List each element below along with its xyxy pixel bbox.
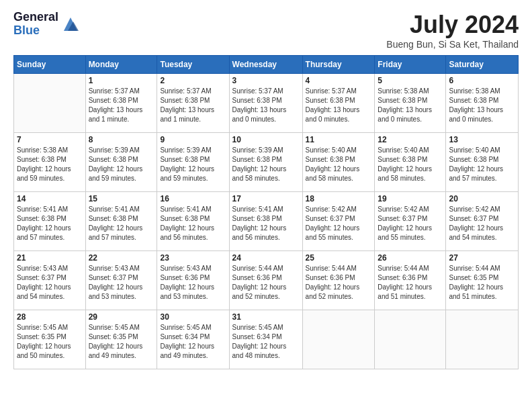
calendar-cell	[302, 310, 375, 369]
day-info: Sunrise: 5:45 AMSunset: 6:34 PMDaylight:…	[232, 323, 300, 361]
day-number: 25	[306, 253, 372, 263]
calendar-cell: 26Sunrise: 5:44 AMSunset: 6:36 PMDayligh…	[375, 251, 446, 310]
calendar-cell: 9Sunrise: 5:39 AMSunset: 6:38 PMDaylight…	[157, 133, 229, 192]
calendar-page: General Blue July 2024 Bueng Bun, Si Sa …	[0, 0, 532, 411]
day-info: Sunrise: 5:40 AMSunset: 6:38 PMDaylight:…	[306, 146, 372, 183]
day-info: Sunrise: 5:38 AMSunset: 6:38 PMDaylight:…	[378, 87, 443, 124]
col-friday: Friday	[375, 56, 446, 74]
day-number: 17	[232, 194, 300, 203]
day-info: Sunrise: 5:42 AMSunset: 6:37 PMDaylight:…	[306, 205, 372, 242]
calendar-cell: 4Sunrise: 5:37 AMSunset: 6:38 PMDaylight…	[302, 74, 375, 133]
calendar-cell: 7Sunrise: 5:38 AMSunset: 6:38 PMDaylight…	[14, 133, 86, 192]
day-info: Sunrise: 5:37 AMSunset: 6:38 PMDaylight:…	[89, 87, 154, 124]
day-info: Sunrise: 5:43 AMSunset: 6:37 PMDaylight:…	[89, 264, 154, 302]
calendar-week-1: 1Sunrise: 5:37 AMSunset: 6:38 PMDaylight…	[14, 74, 519, 133]
day-number: 7	[17, 135, 83, 144]
day-number: 16	[160, 194, 226, 203]
col-saturday: Saturday	[446, 56, 519, 74]
calendar-cell: 29Sunrise: 5:45 AMSunset: 6:35 PMDayligh…	[85, 310, 157, 369]
logo-general: General	[13, 11, 58, 24]
day-number: 30	[160, 312, 226, 322]
day-info: Sunrise: 5:37 AMSunset: 6:38 PMDaylight:…	[306, 87, 372, 124]
day-number: 22	[89, 253, 154, 263]
calendar-cell	[375, 310, 446, 369]
day-info: Sunrise: 5:41 AMSunset: 6:38 PMDaylight:…	[17, 205, 83, 242]
day-number: 20	[449, 194, 515, 203]
calendar-cell: 27Sunrise: 5:44 AMSunset: 6:35 PMDayligh…	[446, 251, 519, 310]
day-number: 14	[17, 194, 83, 203]
calendar-cell: 16Sunrise: 5:41 AMSunset: 6:38 PMDayligh…	[157, 192, 229, 251]
day-number: 9	[160, 135, 226, 144]
page-header: General Blue July 2024 Bueng Bun, Si Sa …	[13, 11, 519, 50]
day-info: Sunrise: 5:41 AMSunset: 6:38 PMDaylight:…	[232, 205, 300, 242]
title-block: July 2024 Bueng Bun, Si Sa Ket, Thailand	[386, 11, 519, 50]
day-info: Sunrise: 5:44 AMSunset: 6:35 PMDaylight:…	[449, 264, 515, 302]
calendar-cell: 23Sunrise: 5:43 AMSunset: 6:36 PMDayligh…	[157, 251, 229, 310]
calendar-cell: 28Sunrise: 5:45 AMSunset: 6:35 PMDayligh…	[14, 310, 86, 369]
day-info: Sunrise: 5:44 AMSunset: 6:36 PMDaylight:…	[232, 264, 300, 302]
calendar-cell: 25Sunrise: 5:44 AMSunset: 6:36 PMDayligh…	[302, 251, 375, 310]
calendar-week-3: 14Sunrise: 5:41 AMSunset: 6:38 PMDayligh…	[14, 192, 519, 251]
col-thursday: Thursday	[302, 56, 375, 74]
logo-blue: Blue	[13, 24, 58, 38]
day-number: 31	[232, 312, 300, 322]
main-title: July 2024	[386, 11, 519, 39]
day-info: Sunrise: 5:40 AMSunset: 6:38 PMDaylight:…	[378, 146, 443, 183]
day-info: Sunrise: 5:39 AMSunset: 6:38 PMDaylight:…	[160, 146, 226, 183]
col-monday: Monday	[85, 56, 157, 74]
day-info: Sunrise: 5:37 AMSunset: 6:38 PMDaylight:…	[232, 87, 300, 124]
day-info: Sunrise: 5:37 AMSunset: 6:38 PMDaylight:…	[160, 87, 226, 124]
calendar-week-2: 7Sunrise: 5:38 AMSunset: 6:38 PMDaylight…	[14, 133, 519, 192]
calendar-cell	[14, 74, 86, 133]
day-number: 19	[378, 194, 443, 203]
day-info: Sunrise: 5:40 AMSunset: 6:38 PMDaylight:…	[449, 146, 515, 183]
calendar-cell: 1Sunrise: 5:37 AMSunset: 6:38 PMDaylight…	[85, 74, 157, 133]
day-info: Sunrise: 5:45 AMSunset: 6:35 PMDaylight:…	[17, 323, 83, 361]
calendar-cell: 3Sunrise: 5:37 AMSunset: 6:38 PMDaylight…	[229, 74, 302, 133]
day-number: 8	[89, 135, 154, 144]
day-number: 29	[89, 312, 154, 322]
col-tuesday: Tuesday	[157, 56, 229, 74]
day-number: 26	[378, 253, 443, 263]
day-number: 15	[89, 194, 154, 203]
calendar-cell: 12Sunrise: 5:40 AMSunset: 6:38 PMDayligh…	[375, 133, 446, 192]
day-number: 18	[306, 194, 372, 203]
day-number: 28	[17, 312, 83, 322]
calendar-week-4: 21Sunrise: 5:43 AMSunset: 6:37 PMDayligh…	[14, 251, 519, 310]
day-number: 10	[232, 135, 300, 144]
day-number: 1	[89, 76, 154, 85]
calendar-cell: 6Sunrise: 5:38 AMSunset: 6:38 PMDaylight…	[446, 74, 519, 133]
calendar-week-5: 28Sunrise: 5:45 AMSunset: 6:35 PMDayligh…	[14, 310, 519, 369]
day-info: Sunrise: 5:43 AMSunset: 6:36 PMDaylight:…	[160, 264, 226, 302]
day-number: 12	[378, 135, 443, 144]
day-info: Sunrise: 5:44 AMSunset: 6:36 PMDaylight:…	[378, 264, 443, 302]
calendar-cell: 18Sunrise: 5:42 AMSunset: 6:37 PMDayligh…	[302, 192, 375, 251]
calendar-cell: 20Sunrise: 5:42 AMSunset: 6:37 PMDayligh…	[446, 192, 519, 251]
day-info: Sunrise: 5:39 AMSunset: 6:38 PMDaylight:…	[89, 146, 154, 183]
day-number: 11	[306, 135, 372, 144]
day-info: Sunrise: 5:45 AMSunset: 6:35 PMDaylight:…	[89, 323, 154, 361]
day-info: Sunrise: 5:38 AMSunset: 6:38 PMDaylight:…	[449, 87, 515, 124]
day-info: Sunrise: 5:42 AMSunset: 6:37 PMDaylight:…	[449, 205, 515, 242]
calendar-cell: 19Sunrise: 5:42 AMSunset: 6:37 PMDayligh…	[375, 192, 446, 251]
calendar-cell: 2Sunrise: 5:37 AMSunset: 6:38 PMDaylight…	[157, 74, 229, 133]
day-number: 27	[449, 253, 515, 263]
calendar-cell: 21Sunrise: 5:43 AMSunset: 6:37 PMDayligh…	[14, 251, 86, 310]
day-number: 24	[232, 253, 300, 263]
calendar-header-row: Sunday Monday Tuesday Wednesday Thursday…	[14, 56, 519, 74]
day-info: Sunrise: 5:45 AMSunset: 6:34 PMDaylight:…	[160, 323, 226, 361]
day-number: 3	[232, 76, 300, 85]
col-wednesday: Wednesday	[229, 56, 302, 74]
day-number: 4	[306, 76, 372, 85]
logo-icon	[61, 15, 80, 34]
subtitle: Bueng Bun, Si Sa Ket, Thailand	[386, 39, 519, 50]
day-number: 6	[449, 76, 515, 85]
calendar-cell: 11Sunrise: 5:40 AMSunset: 6:38 PMDayligh…	[302, 133, 375, 192]
col-sunday: Sunday	[14, 56, 86, 74]
day-number: 5	[378, 76, 443, 85]
day-number: 2	[160, 76, 226, 85]
calendar-cell: 8Sunrise: 5:39 AMSunset: 6:38 PMDaylight…	[85, 133, 157, 192]
calendar-cell: 15Sunrise: 5:41 AMSunset: 6:38 PMDayligh…	[85, 192, 157, 251]
calendar-cell: 13Sunrise: 5:40 AMSunset: 6:38 PMDayligh…	[446, 133, 519, 192]
calendar-table: Sunday Monday Tuesday Wednesday Thursday…	[13, 55, 519, 369]
